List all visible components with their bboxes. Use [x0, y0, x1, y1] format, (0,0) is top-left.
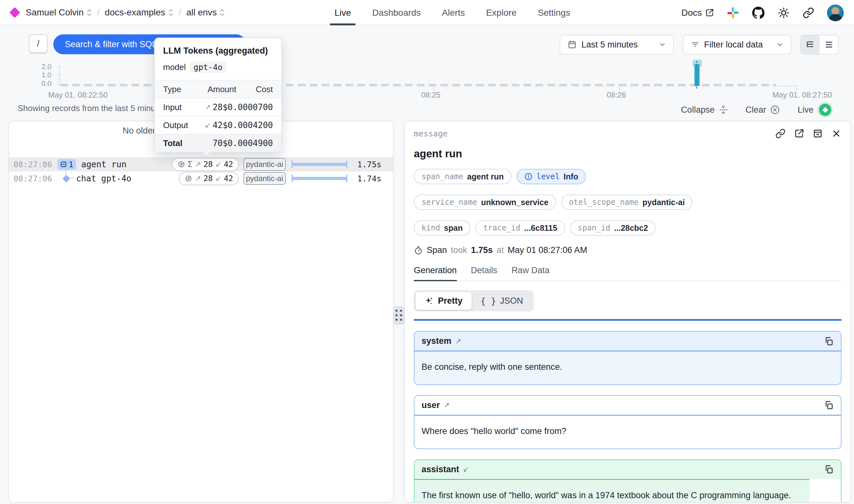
dock-panel-icon[interactable]: [813, 128, 823, 139]
tokens-out: 42: [224, 160, 233, 169]
message-role: assistant: [421, 465, 459, 474]
filter-local-data-dropdown[interactable]: Filter local data: [683, 35, 792, 55]
pretty-toggle[interactable]: Pretty: [415, 292, 472, 310]
x-axis-start-label: May 01. 08:22:50: [48, 91, 108, 100]
token-cost: $0.0004900: [222, 138, 273, 148]
clear-button[interactable]: Clear: [745, 105, 780, 115]
open-in-new-icon[interactable]: [794, 128, 804, 139]
org-name: Samuel Colvin: [26, 7, 84, 18]
nav-settings[interactable]: Settings: [538, 0, 570, 25]
attr-span-id[interactable]: span_id ...28cbc2: [570, 220, 656, 236]
braces-icon: { }: [480, 296, 496, 306]
col-amount: Amount: [201, 85, 236, 94]
trace-row-chat-gpt4o[interactable]: 08:27:06 chat gpt-4o ↗28 ↙42 pydantic-ai…: [9, 172, 393, 185]
message-content: Be concise, reply with one sentence.: [415, 350, 841, 384]
scope-tag[interactable]: pydantic-ai: [243, 172, 286, 185]
timing-took: took: [451, 245, 467, 255]
y-axis-tickmark: [57, 75, 59, 75]
model-key: model: [163, 62, 186, 72]
attr-level[interactable]: level Info: [516, 169, 586, 184]
tokens-in: 28: [203, 160, 213, 169]
collapse-icon: [719, 105, 728, 114]
logfire-logo-icon: [9, 7, 20, 18]
docs-link[interactable]: Docs: [681, 8, 714, 18]
trace-rows: 08:27:06 1 agent run Σ ↗28 ↙42 pydantic-…: [9, 157, 393, 185]
duration-bar: [292, 161, 347, 168]
json-label: JSON: [500, 296, 523, 306]
y-axis-tick: 0.0: [32, 79, 51, 88]
token-amount: 42: [213, 120, 222, 130]
panel-resize-handle[interactable]: [393, 306, 405, 325]
search-shortcut-key[interactable]: /: [29, 34, 48, 53]
timing-at: at: [497, 245, 504, 255]
attr-otel-scope-name[interactable]: otel_scope_name pydantic-ai: [561, 195, 692, 210]
record-kind-label: message: [414, 129, 448, 138]
copy-icon[interactable]: [824, 400, 834, 410]
share-link-icon[interactable]: [803, 7, 814, 19]
close-icon[interactable]: [831, 128, 841, 139]
y-axis-tickmark: [57, 84, 59, 85]
user-avatar[interactable]: [827, 4, 844, 21]
attr-value: agent run: [467, 172, 504, 181]
tree-view-icon: [805, 40, 815, 50]
token-usage-badge[interactable]: ↗28 ↙42: [179, 172, 239, 185]
token-amount: 70: [213, 138, 222, 148]
x-axis-tickmark: [433, 87, 434, 91]
github-icon[interactable]: [752, 6, 765, 19]
nav-alerts[interactable]: Alerts: [442, 0, 465, 25]
breadcrumb-env[interactable]: all envs: [186, 7, 225, 18]
header-actions: Docs: [681, 0, 844, 25]
nav-live[interactable]: Live: [334, 0, 351, 25]
message-direction-icon: ↗: [455, 337, 461, 345]
breadcrumb-project[interactable]: docs-examples: [105, 7, 174, 18]
chevron-up-down-icon: [168, 8, 174, 17]
list-view-button[interactable]: [819, 35, 838, 54]
json-toggle[interactable]: { } JSON: [472, 292, 532, 310]
duration-bar: [292, 175, 347, 182]
attr-span-name[interactable]: span_name agent run: [414, 169, 511, 184]
chevron-up-down-icon: [86, 8, 92, 17]
collapse-button[interactable]: Collapse: [681, 105, 728, 115]
selected-time-cursor: [696, 61, 697, 89]
attr-service-name[interactable]: service_name unknown_service: [414, 195, 556, 210]
chevron-down-icon: [658, 41, 666, 49]
breadcrumb: Samuel Colvin / docs-examples / all envs: [11, 7, 225, 18]
nav-dashboards[interactable]: Dashboards: [372, 0, 421, 25]
row-type: Output: [163, 120, 194, 130]
tab-generation[interactable]: Generation: [414, 266, 457, 281]
attr-trace-id[interactable]: trace_id ...6c8115: [475, 220, 565, 236]
scope-tag[interactable]: pydantic-ai: [243, 158, 286, 171]
view-mode-toggle: [800, 35, 839, 55]
theme-sun-icon[interactable]: [778, 7, 790, 19]
pretty-label: Pretty: [438, 296, 462, 306]
live-indicator-icon: [817, 102, 833, 118]
attr-value: Info: [563, 172, 578, 181]
copy-icon[interactable]: [824, 465, 834, 474]
live-toggle[interactable]: Live: [798, 102, 833, 118]
info-icon: [524, 173, 533, 181]
breadcrumb-org[interactable]: Samuel Colvin: [26, 7, 92, 18]
chevron-up-down-icon: [219, 8, 225, 17]
copy-icon[interactable]: [824, 337, 834, 346]
y-axis-tick: 1.0: [32, 71, 51, 79]
render-mode-toggle: Pretty { } JSON: [414, 290, 533, 311]
attr-kind[interactable]: kind span: [414, 220, 470, 236]
tooltip-row-input: Input ↗28 $0.0000700: [155, 98, 281, 116]
env-name: all envs: [186, 7, 217, 18]
attr-key: level: [537, 172, 560, 181]
tab-details[interactable]: Details: [471, 266, 498, 281]
message-content: Where does "hello world" come from?: [415, 415, 841, 448]
token-out-icon: ↙: [215, 160, 221, 168]
message-content: The first known use of "hello, world" wa…: [415, 479, 810, 503]
tooltip-row-output: Output ↙42 $0.0004200: [155, 116, 281, 134]
tree-view-button[interactable]: [801, 35, 819, 54]
tab-raw-data[interactable]: Raw Data: [511, 266, 550, 281]
tooltip-table-header: Type Amount Cost: [155, 80, 281, 98]
attr-key: otel_scope_name: [569, 198, 639, 207]
copy-link-icon[interactable]: [775, 128, 786, 139]
slack-icon[interactable]: [727, 7, 739, 19]
message-role: user: [421, 400, 440, 410]
time-range-dropdown[interactable]: Last 5 minutes: [560, 35, 674, 55]
nav-explore[interactable]: Explore: [486, 0, 516, 25]
token-usage-badge[interactable]: Σ ↗28 ↙42: [172, 158, 239, 171]
